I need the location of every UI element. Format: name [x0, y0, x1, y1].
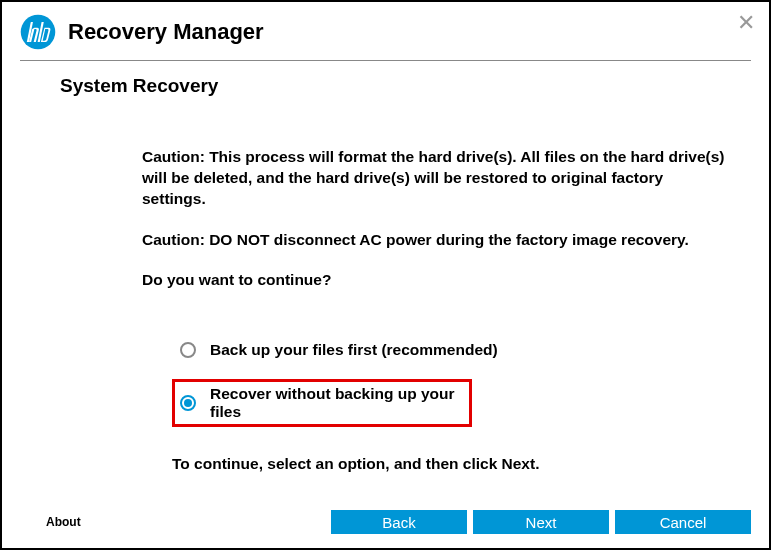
instruction-text: To continue, select an option, and then … [172, 455, 729, 473]
about-link[interactable]: About [46, 515, 81, 529]
caution-text-2: Caution: DO NOT disconnect AC power duri… [142, 230, 729, 251]
hp-logo-icon [20, 14, 56, 50]
continue-question: Do you want to continue? [142, 271, 729, 289]
next-button[interactable]: Next [473, 510, 609, 534]
option-label: Recover without backing up your files [210, 385, 464, 421]
page-subtitle: System Recovery [2, 61, 769, 97]
radio-selected-icon [180, 395, 196, 411]
footer-buttons: Back Next Cancel [331, 510, 751, 534]
main-content: Caution: This process will format the ha… [2, 97, 769, 473]
radio-unselected-icon [180, 342, 196, 358]
back-button[interactable]: Back [331, 510, 467, 534]
caution-text-1: Caution: This process will format the ha… [142, 147, 729, 210]
header: Recovery Manager ✕ [2, 2, 769, 60]
recovery-options-group: Back up your files first (recommended) R… [172, 335, 729, 427]
option-label: Back up your files first (recommended) [210, 341, 498, 359]
cancel-button[interactable]: Cancel [615, 510, 751, 534]
close-icon[interactable]: ✕ [737, 12, 755, 34]
option-recover-without-backup[interactable]: Recover without backing up your files [172, 379, 472, 427]
footer: About Back Next Cancel [2, 510, 769, 534]
app-title: Recovery Manager [68, 19, 264, 45]
option-backup-first[interactable]: Back up your files first (recommended) [172, 335, 729, 365]
